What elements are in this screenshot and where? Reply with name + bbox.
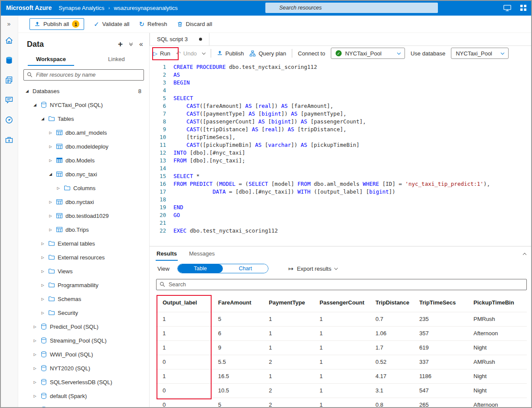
view-chart-option[interactable]: Chart [223, 264, 268, 273]
tree-item[interactable]: ▷default (Spark) [18, 389, 149, 403]
expand-arrow-icon[interactable]: ▷ [48, 159, 53, 162]
publish-button[interactable]: Publish [217, 50, 244, 57]
breadcrumb-item-workspace[interactable]: wsazuresynapseanalytics [114, 5, 177, 11]
table-row[interactable]: 116.5114.171186Night [156, 369, 527, 383]
expand-arrow-icon[interactable]: ▷ [32, 380, 38, 384]
undo-dropdown-chevron-icon[interactable] [202, 51, 206, 54]
table-row[interactable]: 010.5213.1547Night [156, 383, 527, 398]
expand-arrow-icon[interactable]: ▷ [40, 256, 46, 259]
column-header[interactable]: PaymentType [262, 294, 313, 312]
nav-monitor-button[interactable] [0, 110, 18, 130]
tree-item[interactable]: ▷Predict_Pool (SQL) [18, 320, 149, 334]
code-line[interactable]: EXEC dbo.test_nyctaxi_scoring112 [173, 227, 530, 235]
collapse-arrow-icon[interactable]: ◢ [24, 89, 30, 93]
apps-grid-icon[interactable] [520, 4, 527, 11]
column-header[interactable]: TripTimeSecs [413, 294, 467, 312]
tree-item[interactable]: ▷Programmability [18, 278, 149, 292]
expand-arrow-icon[interactable]: ▷ [32, 366, 38, 370]
nav-develop-button[interactable] [0, 70, 18, 90]
table-row[interactable]: 15110.7235PMRush [156, 312, 527, 326]
tab-results[interactable]: Results [157, 246, 177, 261]
nav-integrate-button[interactable] [0, 90, 18, 110]
tree-item[interactable]: ▷Security [18, 306, 149, 320]
expand-arrow-icon[interactable]: ▷ [48, 200, 53, 204]
tree-item[interactable]: ▷dbo.Models [18, 153, 149, 167]
expand-arrow-icon[interactable]: ▷ [32, 394, 38, 398]
column-header[interactable]: Output_label [156, 294, 212, 312]
code-line[interactable]: [tripTimeSecs], [173, 133, 530, 141]
code-line[interactable]: CAST([tripDistance] AS [real]) AS [tripD… [173, 126, 530, 133]
view-table-option[interactable]: Table [178, 264, 223, 273]
tree-item[interactable]: ◢Databases8 [18, 84, 149, 98]
code-line[interactable]: FROM [dbo].[nyc_taxi]; [173, 157, 530, 165]
code-line[interactable]: SELECT [173, 94, 530, 102]
code-line[interactable]: CAST([pickupTimeBin] AS [varchar]) AS [p… [173, 141, 530, 149]
table-row[interactable]: 05.5210.52337AMRush [156, 355, 527, 369]
breadcrumb-item-synapse[interactable]: Synapse Analytics [59, 5, 104, 11]
collapse-panel-icon[interactable]: « [139, 40, 143, 48]
table-row[interactable]: 16111.06357Afternoon [156, 326, 527, 340]
code-line[interactable] [173, 165, 530, 172]
code-line[interactable] [173, 219, 530, 227]
expand-arrow-icon[interactable]: ▷ [55, 186, 61, 190]
code-line[interactable]: BEGIN [173, 79, 530, 87]
code-line[interactable]: SELECT * [173, 172, 530, 180]
tab-sql-script-3[interactable]: SQL script 3 [150, 33, 209, 45]
expand-arrow-icon[interactable]: ▷ [48, 145, 53, 149]
azure-brand[interactable]: Microsoft Azure [0, 4, 59, 11]
export-results-button[interactable]: ↦ Export results [288, 266, 337, 272]
nav-manage-button[interactable] [0, 130, 18, 150]
tree-item[interactable]: ▷Columns [18, 181, 149, 195]
expand-arrow-icon[interactable]: ▷ [48, 228, 53, 232]
column-header[interactable]: FareAmount [212, 294, 262, 312]
nav-home-button[interactable] [0, 30, 18, 50]
tree-item[interactable]: ▷Views [18, 264, 149, 278]
actions-chevron-icon[interactable] [130, 43, 132, 45]
search-resources-input[interactable] [265, 3, 438, 13]
column-header[interactable]: PickupTimeBin [467, 294, 527, 312]
table-row[interactable]: 05210.8265Afternoon [156, 398, 527, 408]
refresh-button[interactable]: ↻ Refresh [139, 21, 167, 27]
use-database-dropdown[interactable]: NYCTaxi_Pool [451, 48, 509, 59]
nav-data-button[interactable] [0, 50, 18, 70]
tree-item[interactable]: ▷External tables [18, 236, 149, 250]
code-line[interactable]: CAST([passengerCount] AS [bigint]) AS [p… [173, 118, 530, 126]
view-toggle[interactable]: Table Chart [177, 264, 268, 273]
add-resource-icon[interactable]: + [118, 39, 123, 49]
feedback-icon[interactable] [503, 5, 511, 11]
column-header[interactable]: TripDistance [369, 294, 413, 312]
code-line[interactable]: DATA = [dbo].[#nyc_taxi]) WITH ([output_… [173, 188, 530, 196]
expand-arrow-icon[interactable]: ▷ [32, 353, 38, 356]
publish-all-button[interactable]: Publish all 1 [29, 18, 84, 30]
table-row[interactable]: 19111.7619Night [156, 340, 527, 355]
tree-item[interactable]: ▷SQLServerlessDB (SQL) [18, 375, 149, 389]
tree-item[interactable]: ▷dbo.modeldeploy [18, 139, 149, 153]
connect-to-dropdown[interactable]: ✓ NYCTaxi_Pool [331, 48, 405, 59]
tree-item[interactable]: ◢Tables [18, 112, 149, 126]
collapse-results-icon[interactable] [523, 251, 526, 257]
expand-arrow-icon[interactable]: ▷ [48, 214, 53, 218]
expand-arrow-icon[interactable]: ▷ [48, 131, 53, 135]
expand-arrow-icon[interactable]: ▷ [40, 311, 46, 315]
tab-messages[interactable]: Messages [189, 246, 215, 261]
tree-item[interactable]: ◢dbo.nyc_taxi [18, 167, 149, 181]
code-lines[interactable]: CREATE PROCEDURE dbo.test_nyctaxi_scorin… [173, 63, 530, 235]
results-search-input[interactable] [156, 279, 527, 290]
code-line[interactable]: CREATE PROCEDURE dbo.test_nyctaxi_scorin… [173, 63, 530, 71]
tab-workspace[interactable]: Workspace [18, 52, 84, 66]
sql-code-editor[interactable]: 12345678910111213141516171819202122 CREA… [150, 61, 532, 246]
tree-item[interactable]: ▷surfacesalesdb (Spark) [18, 403, 149, 408]
tree-item[interactable]: ◢NYCTaxi_Pool (SQL) [18, 98, 149, 112]
expand-arrow-icon[interactable]: ▷ [32, 325, 38, 329]
tree-item[interactable]: ▷Streaming_Pool (SQL) [18, 334, 149, 347]
tab-linked[interactable]: Linked [84, 52, 149, 66]
code-line[interactable]: END [173, 204, 530, 211]
expand-rail-icon[interactable]: » [0, 17, 18, 30]
tree-item[interactable]: ▷Schemas [18, 292, 149, 306]
code-line[interactable]: CAST([paymentType] AS [bigint]) AS [paym… [173, 110, 530, 118]
code-line[interactable]: FROM PREDICT (MODEL = (SELECT [model] FR… [173, 180, 530, 188]
collapse-arrow-icon[interactable]: ◢ [48, 172, 53, 176]
tree-item[interactable]: ▷dbo.aml_models [18, 126, 149, 139]
tree-item[interactable]: ▷NYT2020 (SQL) [18, 361, 149, 375]
tree-item[interactable]: ▷External resources [18, 250, 149, 264]
